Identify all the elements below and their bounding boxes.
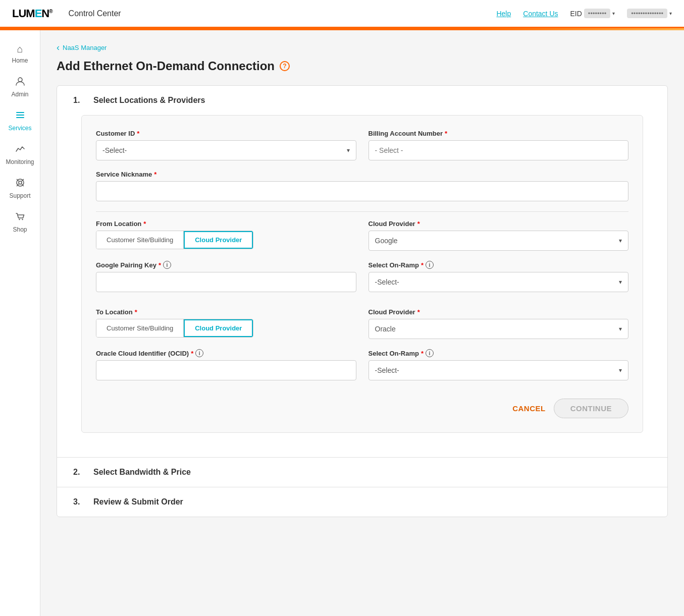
nickname-input[interactable]: [96, 181, 628, 201]
billing-required: *: [445, 130, 447, 137]
step-1-number: 1.: [73, 96, 85, 105]
onramp-to-chevron-icon: ▾: [619, 367, 622, 374]
from-location-group: From Location * Customer Site/Building C…: [96, 220, 356, 251]
billing-group: Billing Account Number *: [369, 130, 629, 160]
svg-point-10: [19, 219, 20, 220]
monitoring-icon: [15, 144, 25, 156]
onramp-to-required: *: [421, 350, 424, 357]
sidebar-item-services[interactable]: Services: [2, 105, 38, 137]
home-icon: ⌂: [17, 43, 23, 55]
page-title-text: Add Ethernet On-Demand Connection: [57, 59, 275, 73]
step-1-content: Customer ID * -Select- ▾ Billi: [57, 115, 667, 457]
form-row-oracle: Oracle Cloud Identifier (OCID) * i Selec…: [96, 349, 628, 380]
step-2-title: Select Bandwidth & Price: [93, 468, 191, 477]
step-1: 1. Select Locations & Providers Customer…: [57, 86, 667, 458]
to-cloud-btn[interactable]: Cloud Provider: [184, 319, 253, 337]
from-location-toggle: Customer Site/Building Cloud Provider: [96, 231, 253, 249]
to-location-required: *: [135, 308, 137, 316]
to-location-group: To Location * Customer Site/Building Clo…: [96, 308, 356, 339]
cancel-button[interactable]: CANCEL: [512, 404, 546, 413]
svg-rect-3: [16, 117, 24, 118]
steps-container: 1. Select Locations & Providers Customer…: [57, 85, 668, 517]
cloud-provider-to-required: *: [417, 308, 420, 316]
google-key-required: *: [159, 261, 161, 269]
onramp-to-select[interactable]: -Select- ▾: [369, 360, 629, 380]
google-key-input[interactable]: [96, 272, 356, 292]
sidebar-label-admin: Admin: [11, 91, 28, 98]
cloud-provider-from-group: Cloud Provider * Google ▾: [369, 220, 629, 251]
onramp-from-group: Select On-Ramp * i -Select- ▾: [369, 261, 629, 292]
eid-selector[interactable]: EID •••••••• ▾: [570, 9, 615, 18]
app-title: Control Center: [69, 9, 121, 18]
from-cloud-btn[interactable]: Cloud Provider: [184, 231, 253, 249]
billing-input[interactable]: [369, 140, 629, 160]
oracle-ocid-input[interactable]: [96, 360, 356, 380]
help-link[interactable]: Help: [496, 10, 511, 18]
onramp-to-info-icon[interactable]: i: [426, 349, 434, 357]
google-key-info-icon[interactable]: i: [163, 261, 171, 269]
form-row-nickname: Service Nickname *: [96, 171, 628, 201]
onramp-to-group: Select On-Ramp * i -Select- ▾: [369, 349, 629, 380]
oracle-ocid-required: *: [191, 350, 193, 357]
cloud-provider-to-group: Cloud Provider * Oracle ▾: [369, 308, 629, 339]
sidebar-item-support[interactable]: Support: [2, 173, 38, 204]
sidebar-item-admin[interactable]: Admin: [2, 71, 38, 103]
help-icon[interactable]: ?: [280, 61, 290, 71]
step-3-number: 3.: [73, 497, 85, 507]
spacer: [96, 302, 628, 308]
divider-1: [96, 211, 628, 212]
step-2: 2. Select Bandwidth & Price: [57, 458, 667, 487]
oracle-ocid-info-icon[interactable]: i: [195, 349, 203, 357]
breadcrumb-parent[interactable]: NaaS Manager: [63, 44, 107, 51]
logo: LUMEN®: [12, 7, 52, 20]
form-row-to: To Location * Customer Site/Building Clo…: [96, 308, 628, 339]
onramp-from-value: -Select-: [375, 278, 399, 286]
customer-id-chevron-icon: ▾: [347, 147, 350, 154]
onramp-from-select[interactable]: -Select- ▾: [369, 272, 629, 292]
to-location-toggle: Customer Site/Building Cloud Provider: [96, 319, 253, 338]
from-location-required: *: [143, 220, 146, 228]
step-3-header[interactable]: 3. Review & Submit Order: [57, 487, 667, 517]
to-site-btn[interactable]: Customer Site/Building: [96, 319, 184, 337]
cloud-provider-from-select[interactable]: Google ▾: [369, 231, 629, 251]
step-2-header[interactable]: 2. Select Bandwidth & Price: [57, 458, 667, 487]
cloud-provider-from-required: *: [417, 220, 420, 228]
nickname-required: *: [154, 171, 156, 178]
cloud-provider-from-chevron-icon: ▾: [619, 237, 622, 244]
sidebar-label-home: Home: [12, 57, 28, 64]
nickname-label: Service Nickname *: [96, 171, 628, 178]
step-3-title: Review & Submit Order: [93, 497, 183, 507]
customer-id-value: -Select-: [102, 146, 127, 154]
breadcrumb[interactable]: ‹ NaaS Manager: [57, 42, 668, 53]
page-title-row: Add Ethernet On-Demand Connection ?: [57, 59, 668, 73]
svg-point-5: [19, 181, 22, 184]
admin-icon: [15, 76, 25, 89]
customer-id-label: Customer ID *: [96, 130, 356, 137]
support-icon: [15, 178, 25, 190]
shop-icon: [15, 211, 25, 224]
onramp-to-value: -Select-: [375, 366, 399, 374]
sidebar-item-monitoring[interactable]: Monitoring: [2, 139, 38, 171]
contact-link[interactable]: Contact Us: [523, 10, 558, 18]
onramp-from-chevron-icon: ▾: [619, 278, 622, 286]
customer-id-required: *: [137, 130, 139, 137]
eid-label: EID: [570, 10, 582, 18]
sidebar-item-home[interactable]: ⌂ Home: [2, 38, 38, 69]
eid-chevron-icon: ▾: [612, 11, 615, 16]
account-selector[interactable]: •••••••••••••• ▾: [627, 9, 672, 18]
sidebar-label-services: Services: [8, 125, 31, 132]
sidebar-label-monitoring: Monitoring: [6, 158, 34, 165]
cloud-provider-to-select[interactable]: Oracle ▾: [369, 319, 629, 339]
customer-id-group: Customer ID * -Select- ▾: [96, 130, 356, 160]
google-key-group: Google Pairing Key * i: [96, 261, 356, 292]
form-card: Customer ID * -Select- ▾ Billi: [81, 115, 643, 433]
account-chevron-icon: ▾: [669, 11, 672, 16]
oracle-ocid-label: Oracle Cloud Identifier (OCID) * i: [96, 349, 356, 357]
svg-point-0: [18, 78, 22, 82]
step-2-number: 2.: [73, 468, 85, 477]
onramp-from-info-icon[interactable]: i: [426, 261, 434, 269]
continue-button[interactable]: CONTINUE: [554, 399, 628, 418]
sidebar-item-shop[interactable]: Shop: [2, 206, 38, 238]
from-site-btn[interactable]: Customer Site/Building: [96, 231, 184, 249]
customer-id-select[interactable]: -Select- ▾: [96, 140, 356, 160]
